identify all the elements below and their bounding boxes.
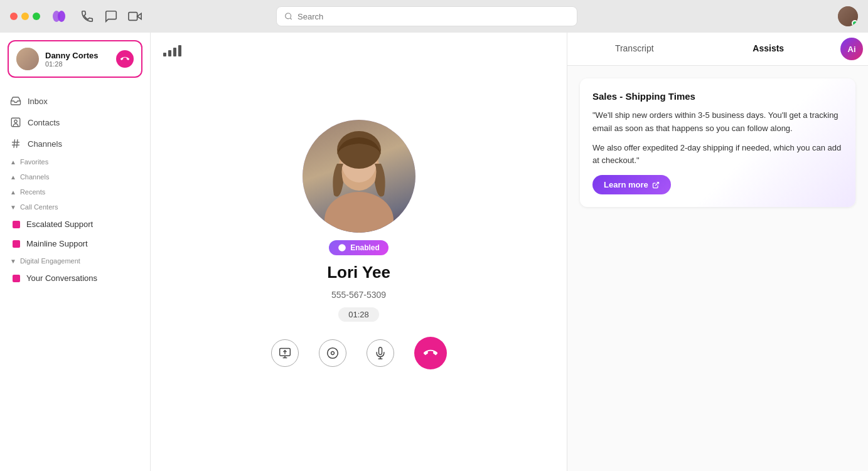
top-controls: [80, 9, 142, 23]
svg-point-4: [285, 13, 291, 19]
transcript-label: Transcript: [615, 43, 654, 53]
keypad-icon: [326, 347, 339, 359]
end-call-main-button[interactable]: [414, 337, 447, 369]
tab-assists[interactable]: Assists: [702, 33, 836, 65]
panel-header: Transcript Assists Ai: [567, 33, 868, 66]
escalated-support-label: Escalated Support: [26, 220, 93, 229]
assist-card-title: Sales - Shipping Times: [592, 91, 843, 102]
user-avatar[interactable]: [838, 6, 858, 26]
screen-share-icon: [279, 347, 291, 359]
bar-3: [173, 48, 176, 56]
main-layout: Danny Cortes 01:28 Inbox Contacts Channe…: [0, 33, 868, 471]
tab-transcript[interactable]: Transcript: [567, 33, 702, 65]
learn-more-button[interactable]: Learn more: [592, 175, 671, 194]
phone-icon[interactable]: [80, 9, 94, 23]
assist-card: Sales - Shipping Times "We'll ship new o…: [580, 78, 855, 207]
section-recents[interactable]: ▲ Recents: [0, 184, 150, 199]
caller-time: 01:28: [45, 60, 110, 68]
svg-point-14: [337, 131, 381, 169]
right-panel: Transcript Assists Ai Sales - Shipping T…: [567, 33, 868, 471]
svg-point-1: [58, 11, 65, 22]
sidebar-item-escalated-support[interactable]: Escalated Support: [0, 214, 150, 234]
section-call-centers[interactable]: ▼ Call Centers: [0, 199, 150, 214]
chevron-icon: ▼: [10, 258, 16, 265]
svg-point-6: [14, 120, 18, 123]
chevron-icon: ▲: [10, 189, 16, 196]
end-call-main-icon: [424, 346, 437, 360]
screen-share-button[interactable]: [271, 339, 299, 367]
end-call-button[interactable]: [116, 50, 134, 68]
keypad-button[interactable]: [319, 339, 346, 367]
active-call-card[interactable]: Danny Cortes 01:28: [8, 40, 142, 78]
favorites-label: Favorites: [20, 158, 48, 166]
call-controls: [256, 322, 462, 384]
contact-avatar-image: [303, 120, 415, 233]
hash-icon: [10, 138, 21, 149]
svg-point-20: [327, 347, 338, 358]
contact-name: Lori Yee: [327, 263, 390, 282]
sidebar-item-your-conversations[interactable]: Your Conversations: [0, 268, 150, 288]
traffic-lights: [10, 13, 40, 20]
call-area: Enabled Lori Yee 555-567-5309 01:28: [151, 33, 567, 471]
message-icon[interactable]: [104, 9, 118, 23]
assist-card-para-2: We also offer expedited 2-day shipping i…: [592, 142, 843, 168]
minimize-button[interactable]: [21, 13, 29, 20]
section-digital-engagement[interactable]: ▼ Digital Engagement: [0, 253, 150, 268]
assist-card-para-1: "We'll ship new orders within 3-5 busine…: [592, 109, 843, 135]
inbox-icon: [10, 95, 21, 107]
learn-more-label: Learn more: [604, 180, 648, 189]
pink-square-icon: [13, 275, 20, 282]
ai-avatar-label: Ai: [848, 45, 856, 54]
online-indicator: [852, 20, 858, 26]
recents-label: Recents: [20, 188, 45, 196]
bar-1: [163, 53, 166, 56]
caller-info: Danny Cortes 01:28: [45, 51, 110, 68]
search-icon: [284, 12, 292, 21]
signal-bars: [163, 45, 181, 56]
video-icon[interactable]: [128, 9, 142, 23]
sidebar: Danny Cortes 01:28 Inbox Contacts Channe…: [0, 33, 151, 471]
digital-engagement-label: Digital Engagement: [20, 257, 80, 265]
assists-label: Assists: [753, 43, 784, 53]
sidebar-nav: Inbox Contacts Channels ▲ Favorites ▲ Ch…: [0, 85, 150, 293]
contact-card: Enabled Lori Yee 555-567-5309 01:28: [303, 120, 415, 322]
ai-badge-label: Enabled: [350, 243, 380, 252]
section-channels[interactable]: ▲ Channels: [0, 169, 150, 184]
call-content: Enabled Lori Yee 555-567-5309 01:28: [151, 33, 567, 471]
external-link-icon: [652, 181, 660, 189]
call-timer: 01:28: [338, 307, 379, 322]
search-bar[interactable]: [276, 6, 577, 26]
call-centers-label: Call Centers: [20, 203, 58, 211]
maximize-button[interactable]: [33, 13, 40, 20]
svg-rect-5: [11, 118, 20, 127]
ai-icon: [338, 243, 346, 252]
sidebar-item-channels[interactable]: Channels: [0, 133, 150, 154]
svg-marker-2: [137, 13, 141, 19]
svg-line-24: [655, 182, 659, 186]
panel-content: Sales - Shipping Times "We'll ship new o…: [567, 66, 868, 471]
sidebar-item-inbox[interactable]: Inbox: [0, 90, 150, 112]
channels-label: Channels: [28, 139, 62, 149]
contacts-label: Contacts: [28, 118, 60, 127]
contact-avatar: [303, 120, 415, 233]
sidebar-item-contacts[interactable]: Contacts: [0, 112, 150, 133]
svg-line-10: [17, 139, 18, 148]
close-button[interactable]: [10, 13, 18, 20]
top-bar: [0, 0, 868, 33]
search-input[interactable]: [297, 12, 569, 21]
section-favorites[interactable]: ▲ Favorites: [0, 154, 150, 169]
svg-point-21: [331, 351, 334, 354]
mute-button[interactable]: [367, 339, 394, 367]
ai-enabled-badge: Enabled: [329, 240, 388, 255]
microphone-icon: [374, 347, 387, 359]
chevron-icon: ▼: [10, 204, 16, 211]
contacts-icon: [10, 117, 21, 128]
chevron-icon: ▲: [10, 159, 16, 166]
app-icon: [50, 8, 68, 25]
ai-avatar: Ai: [840, 38, 863, 60]
pink-square-icon: [13, 240, 20, 248]
channels-section-label: Channels: [20, 173, 49, 181]
sidebar-item-mainline-support[interactable]: Mainline Support: [0, 234, 150, 253]
mainline-support-label: Mainline Support: [26, 239, 88, 248]
chevron-icon: ▲: [10, 174, 16, 181]
